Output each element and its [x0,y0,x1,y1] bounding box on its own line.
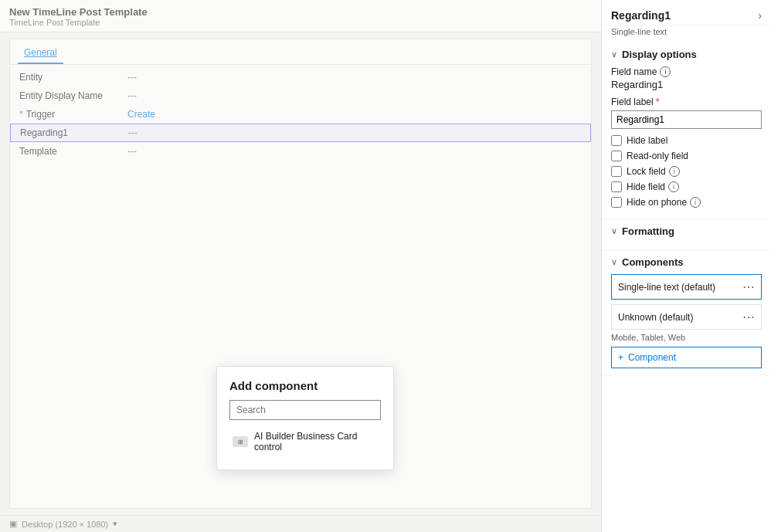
read-only-text: Read-only field [627,151,688,161]
checkbox-read-only: Read-only field [611,151,762,161]
hide-label-text: Hide label [627,135,667,146]
search-input[interactable] [229,400,381,420]
component-single-line-dots-icon[interactable]: ⋯ [742,280,755,294]
hide-on-phone-text: Hide on phone i [627,197,701,208]
formatting-chevron-icon: ∨ [611,226,617,236]
panel-header-subtitle: Single-line text [602,25,771,42]
read-only-checkbox[interactable] [611,151,622,161]
field-name-info-icon[interactable]: i [660,66,671,77]
hide-label-checkbox[interactable] [611,135,622,146]
form-row-regarding1[interactable]: Regarding1 --- [10,124,591,142]
panel-header-title: Regarding1 [611,9,671,22]
add-component-plus-icon: + [618,352,623,363]
tab-bar: General [10,39,591,65]
label-trigger: *Trigger [19,109,127,120]
checkbox-lock-field: Lock field i [611,166,762,177]
hide-field-checkbox[interactable] [611,181,622,192]
hide-on-phone-checkbox[interactable] [611,197,622,208]
modal-title: Add component [229,379,381,392]
form-row-trigger: *Trigger Create [10,105,591,124]
components-header[interactable]: ∨ Components [611,256,762,268]
component-single-line[interactable]: Single-line text (default) ⋯ [611,274,762,300]
label-template: Template [19,146,127,157]
add-component-modal: Add component ⊞ AI Builder Business Card… [216,366,394,470]
formatting-section: ∨ Formatting [602,219,771,250]
add-component-button[interactable]: + Component [611,347,762,368]
tab-general[interactable]: General [18,44,63,64]
page-title: New TimeLine Post Template [9,6,592,18]
components-section: ∨ Components Single-line text (default) … [602,250,771,375]
display-options-section: ∨ Display options Field name i Regarding… [602,42,771,219]
form-fields: Entity --- Entity Display Name --- *Trig… [10,65,591,164]
label-regarding1: Regarding1 [20,127,128,138]
desktop-indicator-label: Desktop (1920 × 1080) [22,520,108,529]
hide-field-info-icon[interactable]: i [668,181,679,192]
components-chevron-icon: ∨ [611,257,617,267]
display-options-title: Display options [622,49,697,60]
value-template: --- [127,146,582,157]
right-panel: Regarding1 › Single-line text ∨ Display … [601,0,771,532]
value-entity: --- [127,72,582,83]
value-regarding1: --- [128,127,581,138]
page-subtitle: TimeLine Post Template [9,18,592,27]
component-single-line-label: Single-line text (default) [618,282,715,293]
value-trigger: Create [127,109,582,120]
formatting-header[interactable]: ∨ Formatting [611,225,762,237]
hide-field-text: Hide field i [627,181,679,192]
formatting-title: Formatting [622,225,674,237]
field-label-label: Field label * [611,97,762,107]
checkbox-hide-field: Hide field i [611,181,762,192]
field-label-input[interactable] [611,110,762,129]
component-item-label: AI Builder Business Card control [254,431,378,452]
form-row-template: Template --- [10,142,591,161]
label-entity: Entity [19,72,127,83]
field-label-required: * [656,97,660,107]
card-icon: ⊞ [233,436,248,447]
label-entity-display: Entity Display Name [19,90,127,101]
desktop-indicator-icon: ▣ [9,519,17,529]
field-name-label: Field name i [611,66,762,77]
checkbox-hide-label: Hide label [611,135,762,146]
display-options-header[interactable]: ∨ Display options [611,49,762,60]
panel-chevron-right-icon[interactable]: › [758,9,762,22]
display-options-chevron-icon: ∨ [611,49,617,59]
checkbox-hide-on-phone: Hide on phone i [611,197,762,208]
lock-field-text: Lock field i [627,166,680,177]
components-title: Components [622,256,683,268]
form-row-entity: Entity --- [10,68,591,86]
top-bar: New TimeLine Post Template TimeLine Post… [0,0,601,32]
component-unknown-label: Unknown (default) [618,312,693,323]
desktop-arrow-icon[interactable]: ▾ [113,519,117,529]
component-unknown[interactable]: Unknown (default) ⋯ [611,304,762,330]
panel-header: Regarding1 › [602,0,771,25]
component-unknown-dots-icon[interactable]: ⋯ [742,310,755,324]
lock-field-checkbox[interactable] [611,166,622,177]
form-row-entity-display: Entity Display Name --- [10,86,591,105]
component-list-item[interactable]: ⊞ AI Builder Business Card control [229,426,381,457]
add-component-label: Component [628,352,676,363]
bottom-bar: ▣ Desktop (1920 × 1080) ▾ [0,515,601,532]
value-entity-display: --- [127,90,582,101]
hide-on-phone-info-icon[interactable]: i [690,197,701,208]
component-unknown-sub: Mobile, Tablet, Web [611,333,762,342]
field-name-value: Regarding1 [611,79,762,90]
lock-field-info-icon[interactable]: i [669,166,680,177]
